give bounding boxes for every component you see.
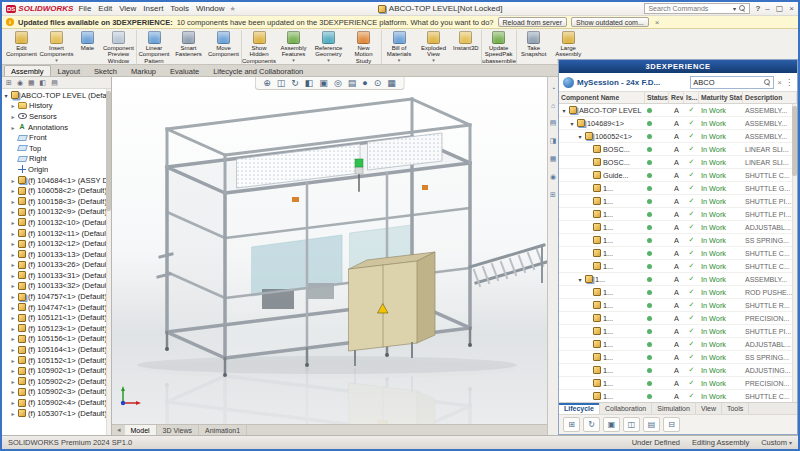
tree-expand-icon[interactable]: [10, 335, 16, 342]
property-manager-icon[interactable]: ◉: [17, 79, 23, 87]
search-icon[interactable]: [764, 79, 771, 86]
component-row[interactable]: 1... A ✓ In Work SHUTTLE PI...: [559, 195, 797, 208]
feature-tree-item[interactable]: Origin: [2, 164, 111, 175]
tree-expand-icon[interactable]: [10, 124, 16, 131]
feature-tree-item[interactable]: (f) 105121<1> (Default)<<Defa...: [2, 312, 111, 323]
feature-tree-item[interactable]: Right: [2, 154, 111, 165]
tree-expand-icon[interactable]: [10, 272, 16, 279]
feature-tree-item[interactable]: (f) 105123<1> (Default)<<Defa...: [2, 323, 111, 334]
column-rev[interactable]: Rev: [669, 92, 684, 103]
row-expand-icon[interactable]: [577, 276, 583, 283]
apply-scene-icon[interactable]: ⊙: [374, 79, 382, 88]
ribbon-button[interactable]: Insert Components ▾: [39, 30, 74, 64]
column-maturity-state[interactable]: Maturity State: [699, 92, 743, 103]
minimize-button[interactable]: –: [765, 4, 769, 13]
feature-tree-item[interactable]: Annotations: [2, 122, 111, 133]
tree-expand-icon[interactable]: [10, 399, 16, 406]
save-icon[interactable]: ▣: [603, 417, 620, 432]
feature-tree-item[interactable]: Top: [2, 143, 111, 154]
menu-item[interactable]: File: [78, 4, 91, 13]
command-tab[interactable]: Assembly: [4, 65, 51, 76]
clear-search-icon[interactable]: ×: [777, 78, 782, 87]
component-row[interactable]: Guide... A ✓ In Work SHUTTLE C...: [559, 169, 797, 182]
reload-from-server-button[interactable]: Reload from server: [498, 17, 568, 27]
component-row[interactable]: 1... A ✓ In Work SHUTTLE PI...: [559, 325, 797, 338]
panel-menu-icon[interactable]: ⋮: [785, 78, 793, 87]
zoom-fit-icon[interactable]: ⊕: [263, 79, 271, 88]
feature-tree-item[interactable]: (f) 100133<32> (Default)<<De...: [2, 281, 111, 292]
component-row[interactable]: 1... A ✓ In Work SHUTTLE C...: [559, 390, 797, 402]
feature-tree-item[interactable]: (f) 105902<4> (Default)<<Def...: [2, 397, 111, 408]
feature-tree-item[interactable]: (f) 105902<3> (Default)<<Def...: [2, 387, 111, 398]
feature-tree-item[interactable]: (f) 105902<2> (Default)<<Def...: [2, 376, 111, 387]
zoom-area-icon[interactable]: ◫: [277, 79, 286, 88]
notification-close-icon[interactable]: ×: [655, 18, 660, 27]
component-row[interactable]: 104689<1> A ✓ In Work ASSEMBLY...: [559, 117, 797, 130]
design-library-icon[interactable]: ▤: [550, 119, 557, 127]
tree-expand-icon[interactable]: [10, 357, 16, 364]
feature-tree-item[interactable]: (f) 105164<1> (Default)<<Def...: [2, 344, 111, 355]
component-row[interactable]: ABCO-TOP LEVEL A ✓ In Work ASSEMBLY...: [559, 104, 797, 117]
feature-tree-item[interactable]: (f) 106058<2> (Default)<<Defaul...: [2, 185, 111, 196]
feature-tree-item[interactable]: (f) 100132<12> (Default)<<Def...: [2, 238, 111, 249]
feature-tree-item[interactable]: (f) 100158<3> (Default)<<Defa...: [2, 196, 111, 207]
table-scrollbar-thumb[interactable]: [792, 106, 797, 176]
panel-tab[interactable]: Collaboration: [600, 403, 652, 414]
chevron-down-icon[interactable]: ▾: [327, 58, 330, 63]
favorites-icon[interactable]: ★: [230, 5, 236, 13]
tree-expand-icon[interactable]: [10, 113, 16, 120]
previous-view-icon[interactable]: ↻: [291, 79, 299, 88]
section-view-icon[interactable]: ◧: [305, 79, 314, 88]
feature-tree-item[interactable]: (f) 105156<1> (Default)<<Defa...: [2, 334, 111, 345]
tree-expand-icon[interactable]: [10, 102, 16, 109]
tree-expand-icon[interactable]: [10, 208, 16, 215]
tree-expand-icon[interactable]: [10, 230, 16, 237]
chevron-down-icon[interactable]: ▾: [398, 58, 401, 63]
tree-expand-icon[interactable]: [10, 304, 16, 311]
tree-expand-icon[interactable]: [3, 92, 9, 99]
dimxpert-manager-icon[interactable]: ◧: [40, 79, 47, 87]
3ds-compass-icon[interactable]: [563, 77, 574, 88]
view-palette-icon[interactable]: ▦: [550, 155, 557, 163]
panel-tab[interactable]: Simulation: [652, 403, 696, 414]
tree-expand-icon[interactable]: [10, 378, 16, 385]
row-expand-icon[interactable]: [569, 120, 575, 127]
view-orientation-icon[interactable]: ▣: [319, 79, 328, 88]
tree-expand-icon[interactable]: [10, 325, 16, 332]
help-icon[interactable]: ?: [755, 4, 760, 13]
graphics-viewport[interactable]: ⊕◫↻◧▣◎▤●⊙▦: [112, 77, 547, 424]
panel-title-bar[interactable]: 3DEXPERIENCE: [559, 60, 797, 73]
home-icon[interactable]: ⌂: [551, 102, 555, 109]
command-tab[interactable]: Markup: [124, 65, 163, 76]
row-expand-icon[interactable]: [577, 133, 583, 140]
panel-tab[interactable]: View: [696, 403, 722, 414]
feature-tree-item[interactable]: ABCO-TOP LEVEL (Default) <<Defaul: [2, 90, 111, 101]
edit-appearance-icon[interactable]: ●: [362, 79, 367, 88]
restore-button[interactable]: ▢: [776, 4, 784, 13]
column-description[interactable]: Description: [743, 92, 797, 103]
ribbon-button[interactable]: Bill of Materials ▾: [381, 30, 416, 64]
remove-icon[interactable]: ⊟: [663, 417, 680, 432]
tree-expand-icon[interactable]: [10, 314, 16, 321]
search-dropdown-icon[interactable]: [731, 5, 737, 12]
feature-tree-item[interactable]: (f) 104747<1> (Default)<<Defa...: [2, 302, 111, 313]
document-tab[interactable]: 3D Views: [157, 425, 199, 435]
ribbon-button[interactable]: Smart Fasteners ▾: [171, 30, 206, 64]
command-tab[interactable]: Layout: [51, 65, 88, 76]
tree-expand-icon[interactable]: [10, 251, 16, 258]
component-row[interactable]: 1... A ✓ In Work SS SPRING...: [559, 234, 797, 247]
tree-expand-icon[interactable]: [10, 187, 16, 194]
feature-tree-item[interactable]: (f) 100132<9> (Default)<<Defa...: [2, 207, 111, 218]
column-component-name[interactable]: Component Name: [559, 92, 645, 103]
assembly-3d-model[interactable]: [112, 77, 547, 424]
feature-tree-item[interactable]: (f) 100133<13> (Default)<<De...: [2, 249, 111, 260]
component-row[interactable]: 1... A ✓ In Work PRECISION...: [559, 377, 797, 390]
command-tab[interactable]: Evaluate: [163, 65, 206, 76]
chevron-down-icon[interactable]: ▾: [432, 58, 435, 63]
component-row[interactable]: BOSC... A ✓ In Work LINEAR SLI...: [559, 156, 797, 169]
tree-expand-icon[interactable]: [10, 261, 16, 268]
refresh-icon[interactable]: ↻: [583, 417, 600, 432]
custom-properties-icon[interactable]: ⊞: [550, 191, 556, 199]
component-row[interactable]: 1... A ✓ In Work SHUTTLE C...: [559, 247, 797, 260]
column-issues[interactable]: Is...: [684, 92, 699, 103]
